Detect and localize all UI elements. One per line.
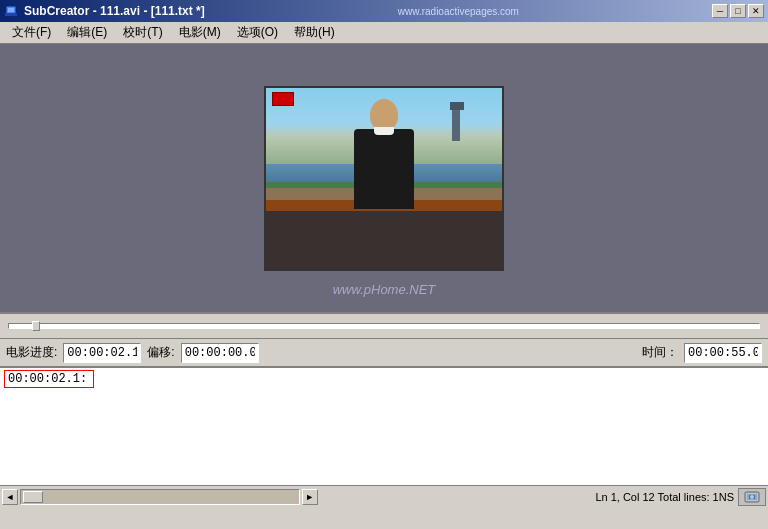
time-label: 时间： <box>642 344 678 361</box>
video-flag <box>272 92 294 106</box>
tray-icon <box>744 490 760 504</box>
menu-options[interactable]: 选项(O) <box>229 22 286 43</box>
minimize-button[interactable]: ─ <box>712 4 728 18</box>
subtitle-timecode-1[interactable]: 00:00:02.1: <box>4 370 94 388</box>
content-wrapper: 文件(F) 编辑(E) 校时(T) 电影(M) 选项(O) 帮助(H) <box>0 22 768 507</box>
svg-rect-2 <box>5 13 17 16</box>
menu-file[interactable]: 文件(F) <box>4 22 59 43</box>
menu-edit[interactable]: 编辑(E) <box>59 22 115 43</box>
window-title: SubCreator - 111.avi - [111.txt *] <box>24 4 205 18</box>
menu-help[interactable]: 帮助(H) <box>286 22 343 43</box>
video-content <box>266 88 502 269</box>
app-icon <box>4 3 20 19</box>
scroll-right-button[interactable]: ► <box>302 489 318 505</box>
system-tray <box>738 488 766 506</box>
progress-input[interactable] <box>63 343 141 363</box>
offset-label: 偏移: <box>147 344 174 361</box>
time-input[interactable] <box>684 343 762 363</box>
scroll-left-button[interactable]: ◄ <box>2 489 18 505</box>
timeline-thumb[interactable] <box>32 321 40 331</box>
video-watermark: www.pHome.NET <box>333 282 436 297</box>
svg-rect-1 <box>8 8 14 12</box>
progress-label: 电影进度: <box>6 344 57 361</box>
video-person-collar <box>374 127 394 135</box>
controls-bar: 电影进度: 偏移: 时间： <box>0 339 768 367</box>
title-url: www.radioactivepages.com <box>398 4 519 18</box>
video-monument-top <box>450 102 464 110</box>
timeline-area <box>0 314 768 339</box>
maximize-button[interactable]: □ <box>730 4 746 18</box>
scrollbar-thumb[interactable] <box>23 491 43 503</box>
title-bar-left: SubCreator - 111.avi - [111.txt *] <box>4 3 205 19</box>
svg-point-6 <box>750 495 754 499</box>
title-bar: SubCreator - 111.avi - [111.txt *] www.r… <box>0 0 768 22</box>
status-bar: ◄ ► Ln 1, Col 12 Total lines: 1NS <box>0 485 768 507</box>
offset-input[interactable] <box>181 343 259 363</box>
editor-area[interactable]: 00:00:02.1: <box>0 367 768 485</box>
subtitle-row-1: 00:00:02.1: <box>0 368 768 390</box>
menu-bar: 文件(F) 编辑(E) 校时(T) 电影(M) 选项(O) 帮助(H) <box>0 22 768 44</box>
video-area: www.pHome.NET <box>0 44 768 314</box>
window-controls: ─ □ ✕ <box>712 4 764 18</box>
video-frame <box>264 86 504 271</box>
url-text: www.radioactivepages.com <box>398 6 519 17</box>
timeline-track[interactable] <box>8 323 760 329</box>
menu-movie[interactable]: 电影(M) <box>171 22 229 43</box>
menu-timing[interactable]: 校时(T) <box>115 22 170 43</box>
video-person-body <box>354 129 414 209</box>
video-monument <box>452 106 460 141</box>
status-info: Ln 1, Col 12 Total lines: 1NS <box>595 491 734 503</box>
close-button[interactable]: ✕ <box>748 4 764 18</box>
scrollbar-track[interactable] <box>20 489 300 505</box>
